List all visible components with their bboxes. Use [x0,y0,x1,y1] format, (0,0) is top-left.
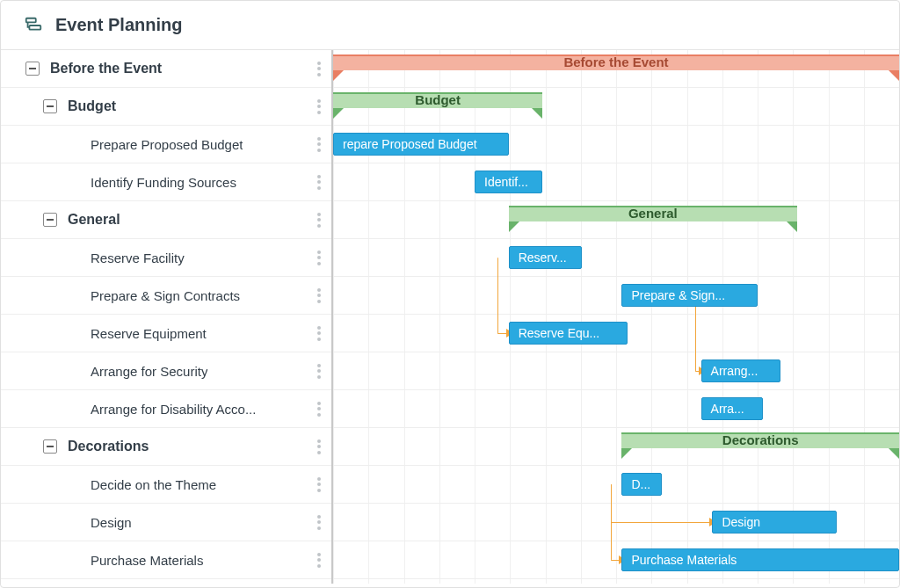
task-label: Reserve Equipment [83,326,207,341]
collapse-toggle[interactable] [43,439,57,454]
task-label: Decorations [57,439,149,454]
row-menu-button[interactable] [317,50,321,87]
task-label: Decide on the Theme [83,477,216,492]
task-list-pane: Before the EventBudgetPrepare Proposed B… [1,50,333,584]
timeline-pane[interactable]: Before the EventBudgetrepare Proposed Bu… [333,50,899,584]
row-menu-button[interactable] [317,428,321,465]
collapse-toggle[interactable] [25,62,40,76]
group-bar[interactable]: Budget [333,92,542,113]
task-label: Prepare Proposed Budget [83,137,243,152]
task-label: Arrange for Disability Acco... [83,402,256,417]
task-bar[interactable]: Design [712,511,837,534]
task-label: Reserve Facility [83,250,185,265]
task-row[interactable]: Before the Event [1,50,331,88]
task-row[interactable]: Design [1,504,331,541]
collapse-toggle[interactable] [43,99,57,113]
task-label: Purchase Materials [83,553,203,568]
task-label: Design [83,515,132,530]
phase-bar[interactable]: Before the Event [333,54,899,76]
task-row[interactable]: Reserve Equipment [1,315,331,352]
task-row[interactable]: Budget [1,88,331,126]
task-label: Budget [57,98,116,114]
row-menu-button[interactable] [317,352,321,389]
row-menu-button[interactable] [317,201,321,238]
task-bar[interactable]: repare Proposed Budget [333,133,509,156]
task-row[interactable]: Arrange for Disability Acco... [1,390,331,428]
task-row[interactable]: General [1,201,331,239]
row-menu-button[interactable] [317,315,321,352]
row-menu-button[interactable] [317,390,321,427]
row-menu-button[interactable] [317,466,321,503]
task-bar[interactable]: Reserve Equ... [509,322,628,345]
svg-rect-0 [26,18,36,22]
task-row[interactable]: Prepare & Sign Contracts [1,277,331,315]
page-header: Event Planning [1,1,899,50]
bars-area: Before the EventBudgetrepare Proposed Bu… [333,50,899,584]
task-label: Identify Funding Sources [83,175,236,190]
row-menu-button[interactable] [317,163,321,200]
task-bar[interactable]: D... [621,473,661,496]
row-menu-button[interactable] [317,239,321,276]
gantt-icon [24,16,43,35]
task-label: General [57,212,120,228]
task-row[interactable]: Prepare Proposed Budget [1,126,331,163]
task-bar[interactable]: Arrang... [701,359,780,382]
group-bar[interactable]: General [509,206,797,227]
task-row[interactable]: Arrange for Security [1,352,331,390]
row-menu-button[interactable] [317,277,321,314]
page-title: Event Planning [55,15,182,35]
task-bar[interactable]: Prepare & Sign... [621,284,758,307]
task-row[interactable]: Reserve Facility [1,239,331,277]
row-menu-button[interactable] [317,126,321,163]
task-label: Prepare & Sign Contracts [83,288,240,303]
svg-rect-1 [29,25,40,30]
task-bar[interactable]: Identif... [475,171,542,193]
collapse-toggle[interactable] [43,213,57,227]
row-menu-button[interactable] [317,88,321,125]
task-row[interactable]: Decorations [1,428,331,466]
task-bar[interactable]: Purchase Materials [621,548,899,571]
task-row[interactable]: Decide on the Theme [1,466,331,504]
task-label: Before the Event [40,61,162,76]
task-label: Arrange for Security [83,364,207,379]
group-bar[interactable]: Decorations [621,432,899,454]
task-bar[interactable]: Arra... [701,397,764,420]
task-row[interactable]: Identify Funding Sources [1,163,331,201]
task-row[interactable]: Purchase Materials [1,541,331,579]
gantt-content: Before the EventBudgetPrepare Proposed B… [1,50,899,584]
task-bar[interactable]: Reserv... [509,246,583,269]
row-menu-button[interactable] [317,541,321,578]
row-menu-button[interactable] [317,504,321,541]
